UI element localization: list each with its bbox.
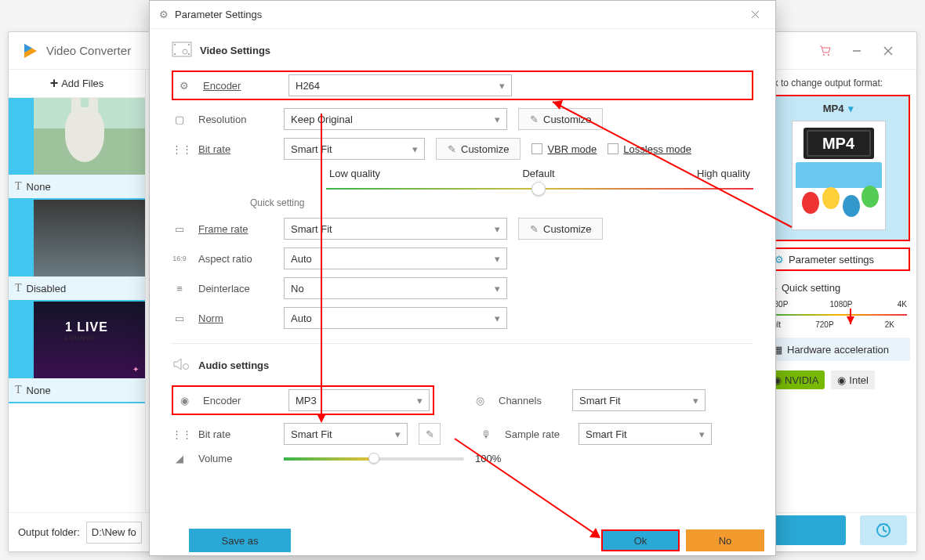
pencil-icon: ✎ [530, 114, 539, 125]
audio-bitrate-edit[interactable]: ✎ [419, 423, 441, 445]
chevron-down-icon: ▾ [848, 103, 854, 114]
add-files-label: Add Files [61, 78, 103, 89]
schedule-button[interactable] [860, 515, 907, 545]
deinterlace-icon: ≡ [172, 283, 187, 294]
video-encoder-select[interactable]: H264▾ [288, 74, 512, 96]
cart-icon[interactable] [810, 38, 841, 63]
output-hint: ick to change output format: [767, 78, 910, 89]
channels-select[interactable]: Smart Fit▾ [572, 389, 706, 411]
subtitle-row-1[interactable]: TNone [9, 175, 145, 200]
svg-point-19 [183, 49, 187, 54]
volume-value: 100% [475, 453, 501, 464]
chevron-down-icon: ▾ [495, 313, 500, 324]
svg-point-3 [828, 54, 829, 56]
lossless-checkbox[interactable]: Lossless mode [608, 143, 691, 155]
plus-icon: + [50, 75, 59, 92]
chevron-down-icon: ▾ [699, 428, 705, 440]
output-format-tile[interactable]: MP4▾ MP4 [767, 95, 910, 241]
resolution-select[interactable]: Keep Original▾ [284, 108, 507, 130]
video-item-2[interactable] [9, 200, 145, 276]
app-title: Video Converter [46, 44, 131, 57]
audio-encoder-icon: ◉ [176, 395, 192, 406]
norm-select[interactable]: Auto▾ [284, 307, 507, 329]
pencil-icon: ✎ [530, 223, 539, 235]
vbr-checkbox[interactable]: VBR mode [531, 143, 597, 155]
speaker-icon [172, 356, 190, 374]
resolution-icon: ▢ [172, 114, 187, 125]
deinterlace-select[interactable]: No▾ [284, 277, 507, 299]
format-label: MP4 [823, 103, 844, 114]
file-list-panel: + Add Files TNone TDisabled 1 LIVELOUNGE… [9, 70, 146, 512]
parameter-settings-button[interactable]: ⚙ Parameter settings [767, 247, 910, 271]
audio-bitrate-icon: ⋮⋮ [172, 428, 187, 440]
save-as-button[interactable]: Save as [189, 529, 291, 552]
dialog-titlebar: ⚙ Parameter Settings [150, 1, 775, 29]
dialog-footer: Save as Ok No [150, 526, 775, 555]
svg-rect-17 [188, 44, 190, 45]
norm-icon: ▭ [172, 313, 187, 324]
chevron-down-icon: ▾ [417, 395, 423, 406]
filmstrip-icon [172, 42, 192, 60]
svg-point-10 [880, 524, 882, 526]
chevron-down-icon: ▾ [499, 80, 505, 92]
video-encoder-row: ⚙ Encoder H264▾ [172, 70, 753, 100]
ok-button[interactable]: Ok [601, 529, 680, 551]
app-logo-icon [21, 42, 40, 60]
hardware-acceleration[interactable]: ▦Hardware acceleration [767, 338, 910, 361]
audio-settings-section: Audio settings ◉ Encoder MP3▾ ◎ Channels… [172, 356, 753, 464]
framerate-icon: ▭ [172, 223, 187, 235]
aspect-select[interactable]: Auto▾ [284, 247, 507, 269]
dialog-title: Parameter Settings [175, 9, 262, 20]
svg-rect-15 [174, 44, 176, 45]
chevron-down-icon: ▾ [495, 223, 500, 235]
volume-slider[interactable] [284, 457, 464, 461]
subtitle-row-3[interactable]: TNone [9, 378, 145, 403]
gear-icon: ⚙ [176, 80, 192, 92]
framerate-customize-button[interactable]: ✎Customize [518, 218, 603, 240]
samplerate-select[interactable]: Smart Fit▾ [579, 423, 712, 445]
quality-slider-group: Low qualityDefaultHigh quality [278, 168, 753, 197]
quality-slider[interactable] [326, 181, 753, 197]
chevron-down-icon: ▾ [412, 143, 418, 155]
parameter-settings-dialog: ⚙ Parameter Settings Video Settings ⚙ En… [149, 0, 776, 556]
pencil-icon: ✎ [448, 143, 456, 155]
quick-setting-scale[interactable]: 480P 1080P 4K ault 720P 2K [767, 300, 910, 331]
add-files-button[interactable]: + Add Files [9, 70, 145, 98]
text-icon: T [15, 384, 22, 396]
chevron-down-icon: ▾ [495, 253, 500, 265]
encoder-label: Encoder [203, 80, 278, 92]
dialog-close-button[interactable] [744, 4, 766, 26]
svg-point-20 [183, 364, 189, 370]
close-button[interactable] [872, 38, 904, 63]
video-item-1[interactable] [9, 98, 145, 175]
format-preview: MP4 [792, 121, 886, 230]
chevron-down-icon: ▾ [693, 395, 698, 406]
mp4-badge-icon: MP4 [803, 128, 874, 159]
resolution-customize-button[interactable]: ✎Customize [518, 108, 603, 130]
output-folder-label: Output folder: [18, 526, 80, 538]
video-bitrate-select[interactable]: Smart Fit▾ [284, 138, 425, 160]
bitrate-customize-button[interactable]: ✎Customize [436, 138, 521, 160]
minimize-button[interactable] [841, 38, 872, 63]
volume-icon: ◢ [172, 453, 187, 464]
chevron-down-icon: ▾ [395, 428, 401, 440]
intel-icon: ◉ [837, 374, 846, 386]
subtitle-row-2[interactable]: TDisabled [9, 276, 145, 302]
framerate-select[interactable]: Smart Fit▾ [284, 218, 507, 240]
video-item-3[interactable]: 1 LIVELOUNGE✦ [9, 302, 145, 378]
svg-point-11 [886, 524, 888, 526]
no-button[interactable]: No [686, 529, 764, 551]
audio-encoder-select[interactable]: MP3▾ [288, 389, 430, 411]
svg-rect-18 [188, 53, 190, 55]
bitrate-icon: ⋮⋮ [172, 143, 187, 155]
chevron-down-icon: ▾ [495, 114, 500, 125]
output-panel: ick to change output format: MP4▾ MP4 ⚙ … [760, 70, 916, 512]
quick-setting-toggle[interactable]: —Quick setting [767, 282, 910, 294]
aspect-icon: 16:9 [172, 255, 187, 262]
channels-icon: ◎ [472, 395, 488, 406]
audio-bitrate-select[interactable]: Smart Fit▾ [284, 423, 408, 445]
svg-line-9 [883, 530, 887, 532]
intel-chip[interactable]: ◉Intel [831, 370, 875, 389]
text-icon: T [15, 282, 22, 294]
output-folder-input[interactable]: D:\New fo [86, 522, 142, 544]
